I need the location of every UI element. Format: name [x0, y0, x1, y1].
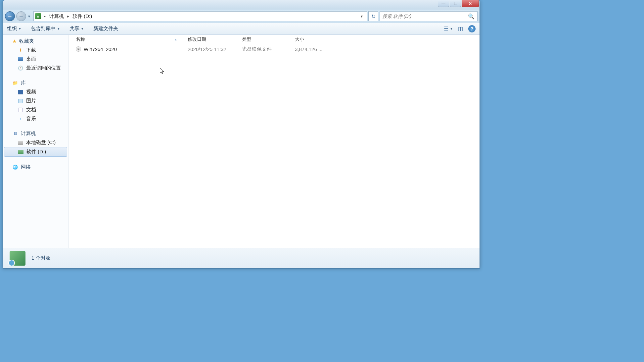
iso-file-icon: ◉: [76, 46, 81, 52]
sidebar-item-desktop[interactable]: 桌面: [3, 55, 68, 64]
navigation-pane: ★收藏夹 ⬇下载 桌面 🕐最近访问的位置 📁库 视频 图片 文档 ♪音乐 🖥计算…: [3, 35, 69, 248]
chevron-down-icon: ▼: [18, 27, 22, 30]
computer-header[interactable]: 🖥计算机: [3, 129, 68, 138]
column-headers: 名称▴ 修改日期 类型 大小: [69, 35, 480, 44]
computer-label: 计算机: [21, 130, 36, 137]
address-dropdown-icon[interactable]: ▼: [358, 15, 365, 18]
file-row[interactable]: ◉ Win7x64_2020 2020/12/25 11:32 光盘映像文件 3…: [69, 44, 480, 54]
column-header-type[interactable]: 类型: [238, 36, 291, 42]
include-label: 包含到库中: [31, 26, 56, 32]
view-mode-button[interactable]: ☰▼: [444, 25, 452, 33]
body: ★收藏夹 ⬇下载 桌面 🕐最近访问的位置 📁库 视频 图片 文档 ♪音乐 🖥计算…: [3, 35, 480, 248]
computer-icon: 🖥: [12, 131, 18, 136]
sidebar-item-music[interactable]: ♪音乐: [3, 114, 68, 123]
library-icon: 📁: [12, 81, 18, 85]
video-icon: [18, 90, 23, 94]
drive-icon: [18, 150, 24, 154]
sort-ascending-icon: ▴: [175, 38, 177, 41]
organize-menu[interactable]: 组织▼: [7, 26, 22, 32]
file-name-text: Win7x64_2020: [84, 46, 117, 52]
network-icon: 🌐: [12, 165, 18, 170]
organize-label: 组织: [7, 26, 17, 32]
forward-button[interactable]: →: [16, 11, 26, 21]
new-folder-label: 新建文件夹: [93, 26, 118, 32]
breadcrumb-separator-icon: ▸: [66, 14, 70, 19]
breadcrumb-separator-icon: ▸: [42, 14, 47, 19]
picture-icon: [18, 99, 23, 103]
search-icon: 🔍: [468, 13, 475, 20]
nav-history-dropdown[interactable]: ▼: [27, 15, 32, 18]
maximize-icon: ☐: [454, 2, 457, 6]
sidebar-item-downloads[interactable]: ⬇下载: [3, 46, 68, 55]
drive-large-icon: [10, 251, 25, 266]
preview-pane-icon: ◫: [458, 26, 463, 32]
network-group: 🌐网络: [3, 163, 68, 172]
help-icon: ?: [471, 26, 474, 31]
column-header-name[interactable]: 名称▴: [69, 36, 184, 42]
drive-d-label: 软件 (D:): [26, 149, 46, 155]
status-text: 1 个对象: [31, 255, 51, 261]
close-button[interactable]: ✕: [462, 0, 479, 7]
minimize-button[interactable]: —: [438, 0, 449, 7]
col-name-label: 名称: [76, 36, 85, 42]
favorites-group: ★收藏夹 ⬇下载 桌面 🕐最近访问的位置: [3, 37, 68, 73]
favorites-header[interactable]: ★收藏夹: [3, 37, 68, 46]
breadcrumb-segment-drive[interactable]: 软件 (D:): [72, 13, 93, 20]
new-folder-button[interactable]: 新建文件夹: [93, 26, 118, 32]
desktop-label: 桌面: [26, 56, 36, 62]
downloads-label: 下载: [26, 47, 36, 53]
downloads-icon: ⬇: [18, 48, 23, 53]
music-label: 音乐: [26, 116, 36, 122]
maximize-button[interactable]: ☐: [450, 0, 461, 7]
back-button[interactable]: ←: [5, 11, 15, 21]
refresh-button[interactable]: ↻: [368, 11, 378, 21]
sidebar-item-documents[interactable]: 文档: [3, 105, 68, 114]
include-in-library-menu[interactable]: 包含到库中▼: [31, 26, 60, 32]
drive-icon: [18, 140, 23, 145]
search-input[interactable]: [383, 14, 468, 19]
drive-icon: ◈: [35, 13, 41, 19]
document-icon: [18, 108, 23, 112]
address-box[interactable]: ◈ ▸ 计算机 ▸ 软件 (D:) ▼: [33, 11, 367, 21]
drive-c-label: 本地磁盘 (C:): [26, 139, 56, 146]
search-box[interactable]: 🔍: [380, 11, 478, 21]
sidebar-item-recent[interactable]: 🕐最近访问的位置: [3, 64, 68, 73]
share-menu[interactable]: 共享▼: [69, 26, 84, 32]
sidebar-item-pictures[interactable]: 图片: [3, 96, 68, 105]
sidebar-item-drive-d[interactable]: 软件 (D:): [4, 147, 67, 157]
preview-pane-button[interactable]: ◫: [456, 25, 464, 33]
toolbar-right: ☰▼ ◫ ?: [444, 25, 476, 33]
window-controls: — ☐ ✕: [438, 0, 479, 7]
favorites-label: 收藏夹: [19, 38, 34, 44]
status-bar: 1 个对象: [3, 248, 480, 268]
refresh-icon: ↻: [371, 13, 376, 20]
help-button[interactable]: ?: [468, 25, 476, 32]
titlebar: — ☐ ✕: [3, 0, 480, 10]
recent-label: 最近访问的位置: [26, 65, 61, 71]
desktop-icon: [18, 57, 23, 62]
libraries-header[interactable]: 📁库: [3, 78, 68, 87]
column-header-date[interactable]: 修改日期: [184, 36, 238, 42]
sidebar-item-drive-c[interactable]: 本地磁盘 (C:): [3, 138, 68, 147]
toolbar: 组织▼ 包含到库中▼ 共享▼ 新建文件夹 ☰▼ ◫ ?: [3, 23, 480, 35]
breadcrumb-segment-computer[interactable]: 计算机: [48, 13, 65, 20]
network-header[interactable]: 🌐网络: [3, 163, 68, 172]
file-size-cell: 3,874,126 ...: [291, 46, 327, 52]
recent-icon: 🕐: [18, 66, 23, 71]
chevron-down-icon: ▼: [81, 27, 84, 30]
address-bar-row: ← → ▼ ◈ ▸ 计算机 ▸ 软件 (D:) ▼ ↻ 🔍: [3, 10, 480, 23]
chevron-down-icon: ▼: [450, 27, 453, 30]
music-icon: ♪: [18, 117, 23, 121]
network-label: 网络: [21, 164, 31, 170]
file-date-cell: 2020/12/25 11:32: [184, 46, 238, 52]
documents-label: 文档: [26, 107, 36, 113]
file-type-cell: 光盘映像文件: [238, 46, 291, 52]
list-view-icon: ☰: [444, 26, 448, 32]
mouse-cursor-icon: [160, 68, 165, 76]
file-list-pane[interactable]: 名称▴ 修改日期 类型 大小 ◉ Win7x64_2020 2020/12/25…: [69, 35, 480, 248]
sidebar-item-videos[interactable]: 视频: [3, 87, 68, 96]
pictures-label: 图片: [26, 98, 36, 104]
videos-label: 视频: [26, 89, 36, 95]
column-header-size[interactable]: 大小: [291, 36, 327, 42]
libraries-group: 📁库 视频 图片 文档 ♪音乐: [3, 78, 68, 123]
